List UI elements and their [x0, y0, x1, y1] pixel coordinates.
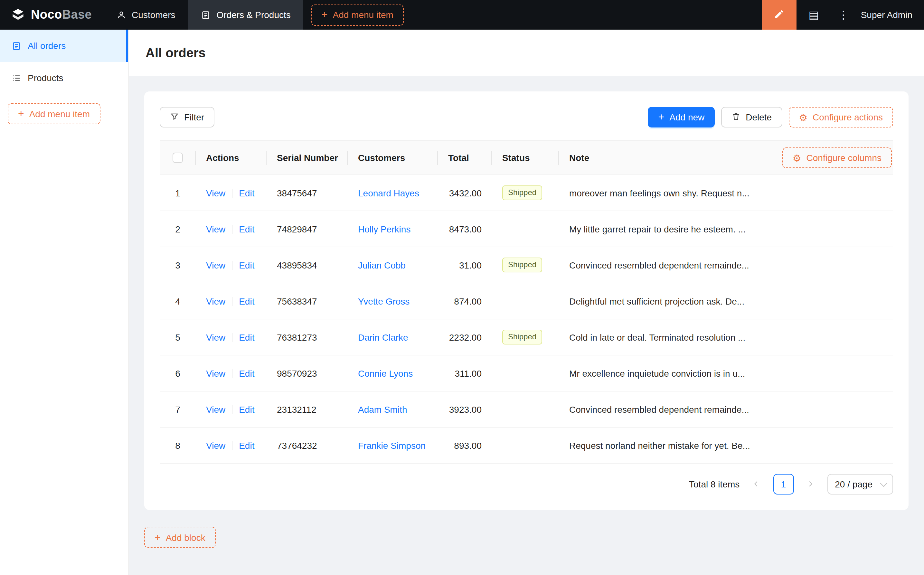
sidebar-item-all-orders[interactable]: All orders — [0, 30, 128, 62]
customer-link[interactable]: Frankie Simpson — [358, 440, 425, 450]
orders-table: Actions Serial Number Customers Total St… — [160, 140, 893, 464]
filter-button[interactable]: Filter — [160, 107, 214, 127]
top-navbar: NocoBase Customers Orders & Products — [0, 0, 924, 30]
select-all-checkbox[interactable] — [173, 152, 183, 163]
edit-link[interactable]: Edit — [239, 260, 254, 270]
chevron-left-icon — [753, 479, 760, 489]
view-link[interactable]: View — [206, 332, 225, 342]
total-cell: 3923.00 — [438, 404, 492, 415]
view-link[interactable]: View — [206, 296, 225, 306]
note-cell: Mr excellence inquietude conviction is i… — [559, 368, 893, 378]
customer-link[interactable]: Holly Perkins — [358, 224, 411, 234]
main-menu: Customers Orders & Products + Add menu i… — [103, 0, 411, 30]
chevron-down-icon — [880, 480, 887, 487]
total-cell: 311.00 — [438, 368, 492, 378]
pen-icon — [774, 9, 784, 21]
header-actions: Actions — [196, 141, 267, 175]
header-serial-number: Serial Number — [267, 141, 348, 175]
total-cell: 8473.00 — [438, 224, 492, 234]
navbar-right: ▤ ⋮ Super Admin — [762, 0, 924, 30]
actions-cell: ViewEdit — [196, 368, 267, 378]
edit-link[interactable]: Edit — [239, 404, 254, 415]
status-badge: Shipped — [502, 186, 542, 200]
total-cell: 2232.00 — [438, 332, 492, 342]
page-number-button[interactable]: 1 — [773, 474, 794, 494]
configure-columns-label: Configure columns — [807, 152, 881, 163]
edit-link[interactable]: Edit — [239, 224, 254, 234]
table-row: 8 ViewEdit 73764232 Frankie Simpson 893.… — [160, 427, 893, 464]
edit-link[interactable]: Edit — [239, 296, 254, 306]
prev-page-button[interactable] — [747, 475, 765, 493]
user-name[interactable]: Super Admin — [856, 0, 924, 30]
select-all-cell — [160, 141, 196, 175]
edit-link[interactable]: Edit — [239, 440, 254, 450]
page-size-select[interactable]: 20 / page — [827, 474, 893, 494]
customer-cell: Leonard Hayes — [348, 188, 438, 198]
divider — [232, 260, 232, 270]
customer-link[interactable]: Yvette Gross — [358, 296, 410, 306]
customer-link[interactable]: Darin Clarke — [358, 332, 408, 342]
table-row: 6 ViewEdit 98570923 Connie Lyons 311.00 … — [160, 356, 893, 391]
next-page-button[interactable] — [801, 475, 819, 493]
customer-link[interactable]: Connie Lyons — [358, 368, 413, 378]
serial-cell: 76381273 — [267, 332, 348, 342]
view-link[interactable]: View — [206, 368, 225, 378]
filter-label: Filter — [184, 112, 204, 122]
delete-button[interactable]: Delete — [721, 107, 782, 127]
note-cell: My little garret repair to desire he est… — [559, 224, 893, 234]
nav-item-customers[interactable]: Customers — [103, 0, 188, 30]
customer-cell: Julian Cobb — [348, 260, 438, 270]
nocobase-logo-icon — [10, 6, 26, 24]
status-cell: Shipped — [492, 186, 559, 200]
customer-cell: Connie Lyons — [348, 368, 438, 378]
table-row: 2 ViewEdit 74829847 Holly Perkins 8473.0… — [160, 211, 893, 247]
table-row: 5 ViewEdit 76381273 Darin Clarke 2232.00… — [160, 319, 893, 356]
ui-editor-button[interactable] — [762, 0, 797, 30]
view-link[interactable]: View — [206, 188, 225, 198]
edit-link[interactable]: Edit — [239, 368, 254, 378]
header-status: Status — [492, 141, 559, 175]
status-badge: Shipped — [502, 330, 542, 345]
serial-cell: 23132112 — [267, 404, 348, 415]
serial-cell: 38475647 — [267, 188, 348, 198]
collections-button[interactable]: ▤ — [797, 0, 831, 30]
table-row: 1 ViewEdit 38475647 Leonard Hayes 3432.0… — [160, 175, 893, 211]
customer-link[interactable]: Adam Smith — [358, 404, 407, 415]
sidebar-item-label: Products — [28, 73, 64, 83]
add-new-button[interactable]: + Add new — [648, 107, 715, 127]
list-icon — [11, 73, 21, 83]
customer-link[interactable]: Julian Cobb — [358, 260, 406, 270]
configure-actions-button[interactable]: ⚙ Configure actions — [789, 107, 893, 127]
actions-cell: ViewEdit — [196, 188, 267, 198]
more-button[interactable]: ⋮ — [831, 0, 856, 30]
pagination-total: Total 8 items — [689, 479, 740, 489]
actions-cell: ViewEdit — [196, 404, 267, 415]
app-root: NocoBase Customers Orders & Products — [0, 0, 924, 575]
view-link[interactable]: View — [206, 260, 225, 270]
nav-item-orders-products[interactable]: Orders & Products — [188, 0, 303, 30]
row-index: 6 — [160, 368, 196, 378]
row-index: 4 — [160, 296, 196, 306]
row-index: 3 — [160, 260, 196, 270]
divider — [232, 441, 232, 450]
actions-cell: ViewEdit — [196, 296, 267, 306]
sidebar-item-products[interactable]: Products — [0, 62, 128, 94]
page-size-value: 20 / page — [835, 479, 873, 489]
divider — [232, 297, 232, 305]
add-menu-item-button-sidebar[interactable]: + Add menu item — [8, 103, 100, 124]
sidebar: All orders Products + Add menu item — [0, 30, 129, 575]
total-cell: 874.00 — [438, 296, 492, 306]
note-cell: Convinced resembled dependent remainde..… — [559, 404, 893, 415]
edit-link[interactable]: Edit — [239, 188, 254, 198]
edit-link[interactable]: Edit — [239, 332, 254, 342]
customer-link[interactable]: Leonard Hayes — [358, 188, 419, 198]
configure-columns-button[interactable]: ⚙ Configure columns — [782, 148, 892, 168]
view-link[interactable]: View — [206, 224, 225, 234]
view-link[interactable]: View — [206, 440, 225, 450]
total-cell: 3432.00 — [438, 188, 492, 198]
view-link[interactable]: View — [206, 404, 225, 415]
add-block-button[interactable]: + Add block — [144, 527, 216, 548]
add-menu-item-button-navbar[interactable]: + Add menu item — [311, 4, 404, 25]
divider — [232, 369, 232, 378]
delete-label: Delete — [746, 112, 772, 122]
